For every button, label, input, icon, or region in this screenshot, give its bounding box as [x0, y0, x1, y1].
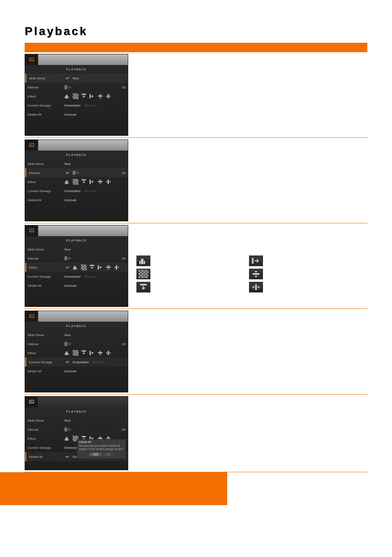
svg-rect-92 — [90, 351, 91, 355]
row-slide-show[interactable]: Slide Show Run — [25, 159, 128, 168]
svg-rect-30 — [74, 183, 76, 185]
svg-rect-18 — [29, 144, 34, 146]
label-slide-show: Slide Show — [28, 333, 61, 337]
interval-slider[interactable] — [73, 172, 79, 174]
svg-rect-10 — [73, 96, 74, 98]
svg-rect-72 — [145, 276, 147, 278]
label-delete-all: Delete All — [29, 455, 62, 459]
interval-slider[interactable] — [65, 343, 71, 345]
value-embedded: Embedded — [65, 189, 81, 193]
section-current-storage: PLAYBACK Slide Show Run Interval 10 Effe… — [25, 309, 367, 394]
split-vert-icon — [249, 269, 263, 279]
checker-icon — [73, 179, 78, 185]
row-interval[interactable]: Interval 10 — [25, 339, 128, 348]
svg-rect-9 — [77, 95, 79, 97]
svg-rect-52 — [106, 267, 111, 268]
svg-rect-89 — [74, 355, 76, 356]
desc-interval: Select the interval time between images … — [136, 139, 367, 221]
label-delete-all: Delete All — [28, 113, 61, 116]
dialog-body: Are you sure you want to delete all imag… — [79, 444, 124, 451]
interval-value: 10 — [122, 257, 125, 260]
enter-icon: ↵ — [66, 454, 69, 460]
row-delete-all[interactable]: Delete All Execute — [25, 110, 128, 119]
row-slide-show[interactable]: Slide Show Run — [25, 416, 128, 425]
effect-label-wipe-right: Wipe right — [267, 258, 357, 265]
svg-rect-105 — [73, 439, 74, 440]
checker-icon — [73, 93, 78, 99]
label-slide-show: Slide Show — [28, 248, 61, 251]
row-current-storage[interactable]: Current Storage Embedded SD Card — [25, 186, 128, 195]
row-current-storage[interactable]: Current Storage Embedded SD Card — [25, 101, 128, 110]
svg-rect-91 — [82, 350, 86, 352]
split-vert-icon — [97, 93, 103, 99]
row-effect[interactable]: Effect — [25, 348, 128, 357]
effect-label-checker: Checker slide — [154, 271, 245, 278]
split-vert-icon — [97, 179, 103, 185]
row-current-storage[interactable]: Current Storage Embedded SD Card — [25, 272, 128, 281]
row-slide-show[interactable]: Slide Show Run — [25, 245, 128, 254]
svg-rect-8 — [74, 95, 76, 97]
playback-tab-icon — [25, 311, 38, 322]
svg-rect-21 — [66, 181, 68, 184]
dialog-yes-button[interactable]: YES — [89, 453, 101, 456]
page-footer — [0, 472, 392, 505]
svg-rect-59 — [142, 270, 143, 272]
row-delete-all[interactable]: Delete All Execute — [25, 367, 128, 376]
footer-orange-block — [0, 472, 227, 505]
value-sdcard: SD Card — [92, 360, 105, 364]
title-underline — [25, 43, 367, 52]
menu-header: PLAYBACK — [25, 322, 128, 330]
svg-rect-38 — [73, 267, 74, 269]
desc-delete-all: Permanently delete all the images in the… — [136, 396, 367, 470]
svg-rect-62 — [143, 272, 145, 273]
top-tab-inactive — [38, 397, 128, 407]
row-delete-all[interactable]: Delete All Execute — [25, 195, 128, 204]
label-effect: Effect — [28, 351, 61, 355]
effect-label-split-horiz: Split horizontal — [267, 284, 357, 291]
row-slide-show[interactable]: Slide Show ↵ Run — [25, 74, 128, 83]
row-effect[interactable]: Effect — [25, 177, 128, 186]
svg-rect-83 — [73, 350, 74, 352]
value-embedded: Embedded — [65, 104, 81, 107]
svg-rect-98 — [66, 437, 68, 441]
row-delete-all[interactable]: Delete All Execute — [25, 281, 128, 290]
label-slide-show: Slide Show — [28, 419, 61, 422]
svg-rect-31 — [77, 183, 79, 185]
interval-slider[interactable] — [65, 428, 71, 431]
enter-icon: ↵ — [66, 170, 69, 176]
svg-rect-99 — [68, 439, 69, 441]
playback-tab-icon — [25, 140, 38, 151]
interval-slider[interactable] — [65, 257, 71, 260]
playback-tab-icon — [25, 397, 38, 407]
top-tab-inactive — [38, 54, 128, 65]
row-effect[interactable]: Effect — [25, 92, 128, 101]
svg-rect-97 — [65, 439, 66, 441]
row-interval[interactable]: Interval 10 — [25, 83, 128, 92]
svg-rect-44 — [83, 266, 84, 268]
svg-rect-20 — [65, 182, 66, 184]
checker-icon — [81, 265, 87, 270]
svg-rect-80 — [66, 352, 68, 355]
dialog-no-button[interactable]: NO — [103, 453, 114, 456]
svg-rect-50 — [90, 265, 95, 266]
interval-slider[interactable] — [65, 86, 71, 88]
section-effect: PLAYBACK Slide Show Run Interval 10 Effe… — [25, 223, 367, 309]
label-interval: Interval — [28, 428, 61, 432]
row-slide-show[interactable]: Slide Show Run — [25, 330, 128, 339]
row-interval[interactable]: Interval ↵ 10 — [25, 168, 128, 177]
svg-rect-94 — [108, 351, 109, 355]
wipe-right-icon — [89, 179, 95, 185]
bars-icon — [65, 350, 70, 356]
value-execute: Execute — [65, 369, 76, 373]
row-current-storage[interactable]: Current Storage ↵ Embedded SD Card — [25, 357, 128, 367]
row-interval[interactable]: Interval 10 — [25, 425, 128, 434]
effect-icons-row — [65, 179, 111, 185]
wipe-down-icon — [81, 179, 87, 185]
svg-rect-35 — [108, 180, 109, 184]
split-horiz-icon — [106, 350, 111, 356]
svg-rect-3 — [66, 95, 68, 99]
value-run: Run — [65, 248, 71, 251]
row-interval[interactable]: Interval 10 — [25, 254, 128, 263]
row-effect[interactable]: Effect ↵ — [25, 263, 128, 272]
svg-rect-54 — [139, 261, 141, 264]
